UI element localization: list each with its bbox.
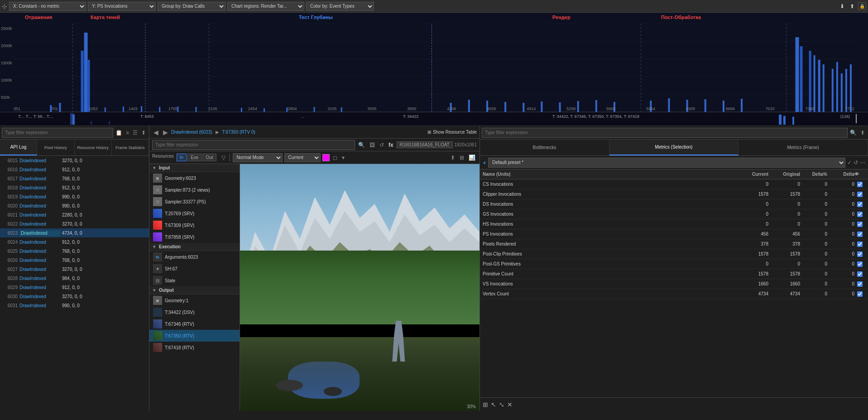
- metric-checkbox[interactable]: [857, 222, 863, 227]
- export2-icon[interactable]: ⬆: [449, 154, 456, 161]
- preset-refresh-icon[interactable]: ↺: [854, 159, 858, 166]
- res-item-geometry6023[interactable]: ▣ Geometry:6023: [149, 172, 240, 184]
- nav-back-button[interactable]: ◀: [152, 129, 160, 136]
- axis-y-select[interactable]: Y: PS Invocations: [88, 2, 156, 11]
- res-item-t67418[interactable]: T:67418 (RTV): [149, 342, 240, 353]
- filter-funnel-icon[interactable]: ▽: [220, 154, 227, 161]
- mode-select[interactable]: Normal Mode: [233, 153, 283, 162]
- chart-thumbnail[interactable]: T:... T:... T: 56... T:... T: 8453 ... T…: [0, 112, 868, 126]
- preset-select[interactable]: Default preset *: [488, 158, 845, 168]
- res-item-t67346[interactable]: T:67346 (RTV): [149, 318, 240, 330]
- list-item[interactable]: 6031DrawIndexed990, 0, 0: [0, 301, 149, 310]
- left-filter-input[interactable]: [2, 128, 113, 138]
- chart-icon[interactable]: 📊: [467, 154, 477, 161]
- show-resource-table-button[interactable]: ⊞ Show Resource Table: [427, 130, 477, 135]
- metric-eye[interactable]: [854, 222, 865, 227]
- grid-view-icon[interactable]: ⊞: [483, 401, 488, 408]
- left-filter-icon[interactable]: 📋: [114, 130, 124, 136]
- metric-eye[interactable]: [854, 182, 865, 187]
- middle-image-icon[interactable]: 🖼: [368, 142, 376, 148]
- metric-eye[interactable]: [854, 261, 865, 267]
- left-export-icon[interactable]: ⬆: [140, 130, 147, 136]
- metric-eye[interactable]: [854, 291, 865, 297]
- list-item[interactable]: 6020DrawIndexed990, 0, 0: [0, 201, 149, 210]
- metric-eye[interactable]: [854, 212, 865, 217]
- tab-bottlenecks[interactable]: Bottlenecks: [480, 140, 609, 155]
- res-tab-exe[interactable]: Exe: [187, 154, 201, 161]
- res-tab-out[interactable]: Out: [202, 154, 216, 161]
- middle-filter-input[interactable]: [152, 140, 355, 150]
- right-export-icon[interactable]: ⬆: [859, 130, 866, 136]
- res-item-t34422[interactable]: T:34422 (DSV): [149, 306, 240, 318]
- list-item[interactable]: 6021DrawIndexed2280, 0, 0: [0, 210, 149, 219]
- metric-checkbox[interactable]: [857, 291, 863, 297]
- metric-checkbox[interactable]: [857, 232, 863, 237]
- list-item[interactable]: 6025DrawIndexed768, 0, 0: [0, 246, 149, 256]
- tab-metrics-selection[interactable]: Metrics (Selection): [609, 140, 739, 155]
- right-search-icon[interactable]: 🔍: [849, 130, 858, 136]
- list-item[interactable]: 6028DrawIndexed984, 0, 0: [0, 274, 149, 283]
- list-item[interactable]: 6030DrawIndexed3270, 0, 0: [0, 292, 149, 301]
- res-item-geometry1[interactable]: ▣ Geometry:1: [149, 294, 240, 306]
- export-icon[interactable]: ⬇: [838, 2, 846, 10]
- list-item[interactable]: 6016DrawIndexed912, 0, 0: [0, 165, 149, 174]
- res-item-sampler33377[interactable]: ⊡ Sampler:33377 (PS): [149, 196, 240, 208]
- list-item[interactable]: 6015DrawIndexed3270, 0, 0: [0, 156, 149, 165]
- preset-check-icon[interactable]: ✓: [847, 159, 852, 166]
- group-by-select[interactable]: Group by: Draw Calls: [158, 2, 225, 11]
- metric-eye[interactable]: [854, 241, 865, 247]
- axis-x-select[interactable]: X: Constant - no metric: [9, 2, 86, 11]
- left-list-icon[interactable]: ☰: [131, 130, 139, 136]
- metric-eye[interactable]: [854, 232, 865, 237]
- res-item-arguments[interactable]: fx Arguments:6023: [149, 251, 240, 263]
- metric-checkbox[interactable]: [857, 261, 863, 267]
- list-item[interactable]: 6026DrawIndexed768, 0, 0: [0, 256, 149, 265]
- nav-forward-button[interactable]: ▶: [162, 129, 169, 136]
- preset-add-button[interactable]: +: [483, 159, 486, 166]
- tab-frame-statistics[interactable]: Frame Statistics: [112, 140, 149, 155]
- list-item[interactable]: 6017DrawIndexed768, 0, 0: [0, 174, 149, 183]
- color-by-select[interactable]: Color by: Event Types: [306, 2, 374, 11]
- middle-fx-icon[interactable]: fx: [387, 142, 395, 148]
- metric-eye[interactable]: [854, 192, 865, 197]
- color-swatch[interactable]: [322, 154, 330, 161]
- list-item[interactable]: 6019DrawIndexed990, 0, 0: [0, 192, 149, 201]
- res-item-t20769[interactable]: T:20769 (SRV): [149, 208, 240, 219]
- list-item[interactable]: 6027DrawIndexed3270, 0, 0: [0, 265, 149, 274]
- preset-menu-icon[interactable]: ⋯: [860, 159, 865, 166]
- right-filter-input[interactable]: [482, 128, 848, 138]
- tab-api-log[interactable]: API Log: [0, 140, 37, 155]
- middle-search-icon[interactable]: 🔍: [357, 142, 366, 148]
- list-item[interactable]: 6018DrawIndexed912, 0, 0: [0, 183, 149, 192]
- metric-checkbox[interactable]: [857, 182, 863, 187]
- res-item-t67309[interactable]: T:67309 (SRV): [149, 219, 240, 231]
- time-select[interactable]: Current: [284, 153, 321, 162]
- metric-eye[interactable]: [854, 251, 865, 257]
- metric-eye[interactable]: [854, 271, 865, 277]
- resize-icon[interactable]: ⤡: [499, 401, 504, 408]
- tab-metrics-frame[interactable]: Metrics (Frame): [739, 140, 868, 155]
- tab-resource-history[interactable]: Resource History: [75, 140, 112, 155]
- lock-icon[interactable]: 🔒: [858, 2, 866, 10]
- metric-checkbox[interactable]: [857, 281, 863, 287]
- share-icon[interactable]: ⬆: [848, 2, 856, 10]
- tab-pixel-history[interactable]: Pixel History: [37, 140, 74, 155]
- overlay-icon[interactable]: ⊠: [458, 154, 465, 161]
- metric-checkbox[interactable]: [857, 202, 863, 207]
- list-item[interactable]: 6022DrawIndexed3270, 0, 0: [0, 219, 149, 228]
- list-item[interactable]: 6024DrawIndexed912, 0, 0: [0, 237, 149, 246]
- list-item[interactable]: 6029DrawIndexed912, 0, 0: [0, 283, 149, 292]
- metric-checkbox[interactable]: [857, 212, 863, 217]
- res-tab-in[interactable]: In: [177, 154, 187, 161]
- middle-refresh-icon[interactable]: ↺: [378, 142, 385, 148]
- res-item-t67350[interactable]: T:67350 (RTV): [149, 330, 240, 342]
- shape-icon[interactable]: ◻: [331, 154, 339, 161]
- breadcrumb-event[interactable]: DrawIndexed (6023): [171, 130, 212, 135]
- chart-regions-select[interactable]: Chart regions: Render Tar...: [227, 2, 304, 11]
- metric-checkbox[interactable]: [857, 241, 863, 247]
- close-icon[interactable]: ✕: [507, 401, 513, 408]
- metric-checkbox[interactable]: [857, 251, 863, 257]
- metric-checkbox[interactable]: [857, 271, 863, 277]
- res-item-state[interactable]: ⊟ State: [149, 275, 240, 286]
- list-item[interactable]: 6023DrawIndexed4734, 0, 0: [0, 228, 149, 237]
